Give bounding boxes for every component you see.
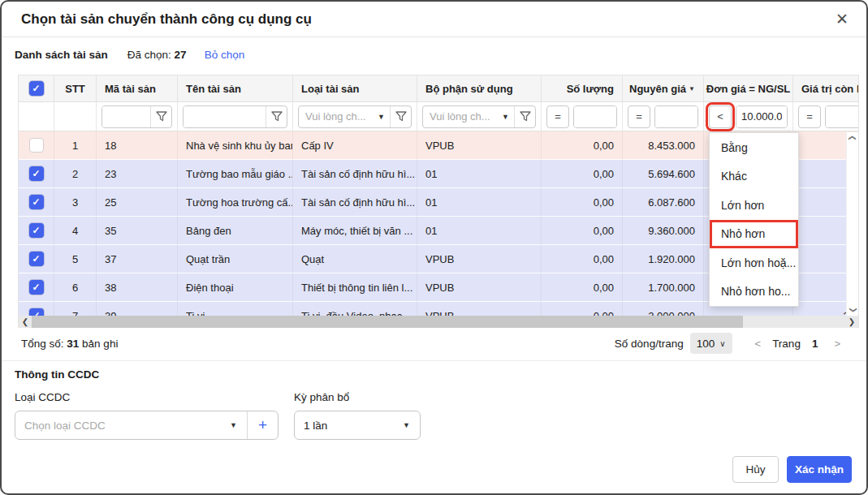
filter-funnel-icon[interactable]: [266, 106, 287, 127]
sort-descending-icon[interactable]: ▼: [689, 85, 695, 93]
allocation-period-combobox[interactable]: 1 lần ▼: [294, 411, 421, 440]
col-header-ma-tai-san[interactable]: Mã tài sản: [97, 75, 178, 102]
col-header-loai-tai-san[interactable]: Loại tài sản: [293, 75, 417, 102]
col-header-stt[interactable]: STT: [54, 75, 97, 102]
rows-per-page-label: Số dòng/trang: [615, 338, 684, 350]
row-checkbox-cell: ✓: [19, 188, 54, 217]
asset-list-toolbar: Danh sách tài sản Đã chọn: 27 Bỏ chọn: [2, 37, 866, 71]
col-header-gia-tri-con[interactable]: Giá trị còn lại: [793, 75, 859, 102]
prev-page-button[interactable]: <: [750, 338, 767, 350]
cell-nguyen-gia: 9.360.000: [623, 217, 704, 245]
filter-ten-tai-san-cell: [178, 102, 293, 131]
filter-checkbox-cell: [19, 102, 54, 131]
ccdc-section-title: Thông tin CCDC: [15, 368, 99, 381]
cell-so-luong: 0,00: [542, 217, 623, 245]
row-checkbox-cell: ✓: [19, 217, 54, 245]
chevron-down-icon: ▼: [497, 113, 514, 121]
ccdc-type-combobox[interactable]: Chọn loại CCDC ▼ +: [15, 411, 279, 440]
dialog-header: Chọn tài sản chuyển thành công cụ dụng c…: [2, 2, 866, 37]
selected-count-group: Đã chọn: 27: [127, 49, 187, 61]
row-checkbox-cell: ✓: [19, 245, 54, 273]
nguyen-gia-operator-button[interactable]: =: [628, 105, 650, 128]
horizontal-scrollbar[interactable]: ❮ ❯: [19, 316, 858, 328]
filter-don-gia-input[interactable]: [736, 106, 787, 127]
close-icon[interactable]: ✕: [836, 11, 849, 27]
scroll-left-icon[interactable]: ❮: [19, 317, 32, 326]
chevron-down-icon[interactable]: ▼: [220, 421, 247, 429]
operator-menu-item[interactable]: Bằng: [710, 133, 798, 162]
filter-funnel-icon[interactable]: [514, 106, 535, 127]
operator-menu-item[interactable]: Nhỏ hơn ho...: [710, 278, 798, 307]
filter-nguyen-gia-input[interactable]: [655, 106, 697, 127]
operator-menu-item[interactable]: Nhỏ hơn: [710, 220, 798, 249]
operator-menu-item[interactable]: Khác: [710, 162, 798, 192]
table-header-row: ✓ STT Mã tài sản Tên tài sản Loại tài sả…: [19, 75, 859, 102]
filter-funnel-icon[interactable]: [150, 106, 171, 127]
row-checkbox[interactable]: ✓: [29, 195, 44, 209]
page-label: Trang: [772, 338, 801, 350]
row-checkbox[interactable]: ✓: [29, 166, 44, 181]
cell-ma-tai-san: 18: [97, 131, 178, 160]
filter-so-luong-input[interactable]: [574, 106, 616, 127]
operator-dropdown-menu: BằngKhácLớn hơnNhỏ hơnLớn hơn hoặ...Nhỏ …: [709, 132, 799, 307]
page-size-select[interactable]: 100 ∨: [690, 333, 732, 354]
scroll-up-icon[interactable]: ❮: [847, 135, 858, 141]
cell-loai-tai-san: Tài sản cố định hữu hì...: [293, 188, 417, 217]
cell-bo-phan: 01: [417, 188, 542, 217]
cell-nguyen-gia: 8.453.000: [623, 131, 704, 160]
check-icon: ✓: [32, 226, 40, 235]
cell-nguyen-gia: 1.700.000: [623, 273, 704, 302]
vertical-scrollbar[interactable]: ❮ ❮: [846, 132, 858, 316]
col-header-so-luong[interactable]: Số lượng: [542, 75, 623, 102]
operator-menu-item[interactable]: Lớn hơn: [710, 191, 798, 220]
convert-asset-dialog: Chọn tài sản chuyển thành công cụ dụng c…: [0, 0, 868, 495]
cancel-button[interactable]: Hủy: [732, 456, 779, 483]
cell-loai-tai-san: Máy móc, thiết bị văn ...: [293, 217, 417, 245]
filter-funnel-icon[interactable]: [390, 106, 411, 127]
gia-tri-operator-button[interactable]: =: [798, 105, 821, 128]
filter-gia-tri-input[interactable]: [826, 106, 859, 127]
cell-so-luong: 0,00: [542, 188, 623, 217]
filter-ma-tai-san-input[interactable]: [102, 106, 150, 127]
so-luong-operator-button[interactable]: =: [546, 105, 569, 128]
select-all-checkbox[interactable]: ✓: [29, 81, 44, 96]
next-page-button[interactable]: >: [829, 338, 845, 350]
cell-bo-phan: VPUB: [417, 245, 542, 273]
confirm-button[interactable]: Xác nhận: [787, 456, 852, 483]
table-footer: Tổng số: 31 bản ghi Số dòng/trang 100 ∨ …: [2, 328, 866, 359]
row-checkbox[interactable]: ✓: [29, 252, 44, 266]
cell-nguyen-gia: 1.920.000: [623, 245, 704, 273]
check-icon: ✓: [32, 197, 40, 207]
cell-bo-phan: 01: [417, 160, 542, 188]
check-icon: ✓: [32, 282, 40, 292]
don-gia-operator-button[interactable]: <: [709, 105, 732, 128]
row-checkbox[interactable]: ✓: [29, 223, 44, 238]
row-checkbox[interactable]: ✓: [29, 280, 44, 295]
cell-stt: 3: [54, 188, 97, 217]
deselect-link[interactable]: Bỏ chọn: [205, 49, 245, 61]
selected-label: Đã chọn:: [127, 49, 171, 61]
add-ccdc-type-button[interactable]: +: [247, 411, 278, 439]
cell-stt: 5: [54, 245, 97, 273]
filter-bo-phan-select[interactable]: Vui lòng ch... ▼: [422, 105, 536, 128]
col-header-bo-phan[interactable]: Bộ phận sử dụng: [417, 75, 542, 102]
cell-so-luong: 0,00: [542, 160, 623, 188]
operator-menu-item[interactable]: Lớn hơn hoặ...: [710, 248, 798, 278]
cell-bo-phan: VPUB: [417, 131, 542, 160]
filter-loai-tai-san-select[interactable]: Vui lòng ch... ▼: [298, 105, 412, 128]
cell-so-luong: 0,00: [542, 131, 623, 160]
filter-ten-tai-san-input[interactable]: [184, 106, 266, 127]
col-header-ten-tai-san[interactable]: Tên tài sản: [178, 75, 293, 102]
horizontal-scroll-thumb[interactable]: [32, 316, 743, 328]
scroll-right-icon[interactable]: ❯: [845, 317, 858, 326]
chevron-down-icon[interactable]: ▼: [393, 421, 420, 429]
cell-so-luong: 0,00: [542, 273, 623, 302]
scroll-down-icon[interactable]: ❮: [847, 307, 858, 313]
cell-nguyen-gia: 6.087.600: [623, 188, 704, 217]
cell-ma-tai-san: 35: [97, 217, 178, 245]
col-header-nguyen-gia[interactable]: Nguyên giá ▼: [623, 75, 704, 102]
current-page: 1: [807, 338, 823, 350]
col-header-don-gia[interactable]: Đơn giá = NG/SL: [704, 75, 793, 102]
cell-nguyen-gia: 5.694.600: [623, 160, 704, 188]
row-checkbox[interactable]: ✓: [29, 138, 44, 153]
